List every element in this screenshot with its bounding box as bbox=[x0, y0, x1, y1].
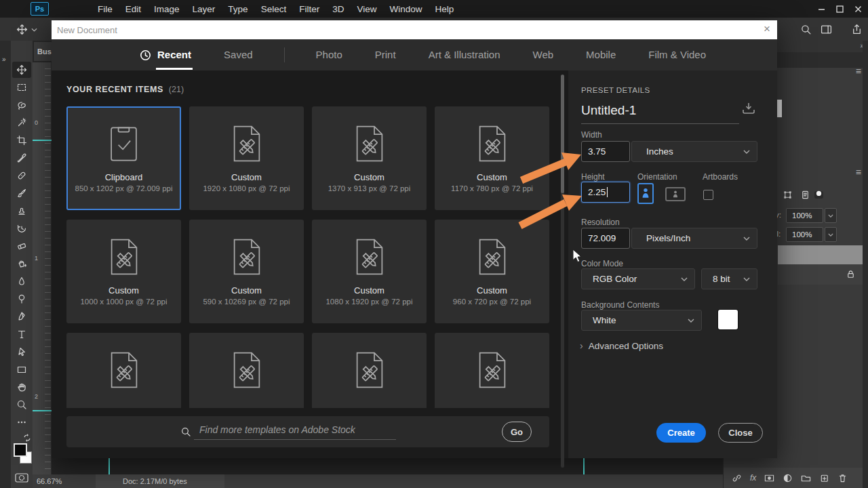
advanced-options-toggle[interactable]: ›Advanced Options bbox=[580, 340, 663, 351]
hand-tool[interactable] bbox=[16, 382, 27, 392]
background-layer-row[interactable] bbox=[778, 264, 863, 285]
close-window-icon[interactable] bbox=[854, 5, 863, 14]
template-card-custom[interactable]: Custom 1370 x 913 px @ 72 ppi bbox=[312, 106, 427, 210]
color-mode-select[interactable]: RGB Color bbox=[581, 268, 695, 289]
tab-recent[interactable]: Recent bbox=[140, 39, 193, 70]
orientation-landscape-button[interactable] bbox=[665, 187, 686, 201]
template-card-custom[interactable]: Custom 590 x 10269 px @ 72 ppi bbox=[189, 220, 304, 323]
panel-menu-icon[interactable]: ≡ bbox=[856, 66, 861, 77]
template-card-partial[interactable] bbox=[312, 333, 427, 408]
options-chevron-icon[interactable] bbox=[31, 28, 37, 32]
width-unit-select[interactable]: Inches bbox=[631, 141, 757, 162]
marquee-tool[interactable] bbox=[16, 82, 27, 93]
menu-view[interactable]: View bbox=[357, 4, 376, 14]
lasso-tool[interactable] bbox=[16, 100, 27, 110]
template-card-clipboard[interactable]: Clipboard 850 x 1202 px @ 72.009 ppi bbox=[66, 106, 181, 210]
template-card-custom[interactable]: Custom 1920 x 1080 px @ 72 ppi bbox=[189, 106, 304, 210]
maximize-icon[interactable] bbox=[835, 5, 844, 14]
menu-select[interactable]: Select bbox=[261, 4, 287, 14]
document-name-field[interactable]: Untitled-1 bbox=[581, 103, 636, 118]
clone-stamp-tool[interactable] bbox=[16, 205, 27, 216]
quick-mask-icon[interactable] bbox=[15, 473, 28, 483]
background-contents-select[interactable]: White bbox=[581, 310, 702, 331]
dodge-tool[interactable] bbox=[16, 293, 27, 304]
template-card-custom[interactable]: Custom 1000 x 1000 px @ 72 ppi bbox=[66, 220, 181, 323]
create-button[interactable]: Create bbox=[656, 423, 706, 443]
blur-tool[interactable] bbox=[16, 276, 27, 287]
menu-edit[interactable]: Edit bbox=[125, 4, 141, 14]
delete-layer-icon[interactable] bbox=[837, 473, 848, 483]
workspace-icon[interactable] bbox=[821, 24, 832, 35]
link-layers-icon[interactable] bbox=[732, 473, 742, 483]
opacity-dropdown[interactable] bbox=[825, 208, 837, 223]
stock-search-input[interactable]: Find more templates on Adobe Stock bbox=[194, 424, 396, 440]
go-button[interactable]: Go bbox=[502, 422, 532, 442]
menu-window[interactable]: Window bbox=[389, 4, 422, 14]
fill-field[interactable]: 100% bbox=[786, 227, 823, 242]
resolution-input[interactable]: 72.009 bbox=[581, 228, 630, 249]
brush-tool[interactable] bbox=[16, 188, 27, 199]
opacity-field[interactable]: 100% bbox=[786, 208, 823, 223]
resolution-unit-select[interactable]: Pixels/Inch bbox=[631, 228, 757, 249]
menu-layer[interactable]: Layer bbox=[193, 4, 216, 14]
new-layer-icon[interactable] bbox=[819, 473, 829, 483]
menu-help[interactable]: Help bbox=[435, 4, 454, 14]
tab-saved[interactable]: Saved bbox=[222, 39, 254, 70]
tab-film-video[interactable]: Film & Video bbox=[647, 39, 707, 70]
swap-colors-icon[interactable] bbox=[23, 434, 31, 442]
fill-dropdown[interactable] bbox=[825, 227, 837, 242]
background-color-swatch[interactable] bbox=[718, 310, 738, 329]
layer-mask-icon[interactable] bbox=[764, 473, 774, 483]
menu-file[interactable]: File bbox=[98, 4, 113, 14]
move-tool-option-icon[interactable] bbox=[16, 24, 28, 35]
history-brush-tool[interactable] bbox=[16, 223, 27, 234]
template-card-partial[interactable] bbox=[66, 333, 181, 408]
bit-depth-select[interactable]: 8 bit bbox=[701, 268, 757, 289]
artboards-checkbox[interactable] bbox=[703, 190, 713, 200]
template-card-partial[interactable] bbox=[435, 333, 549, 408]
pen-tool[interactable] bbox=[16, 311, 27, 322]
scrollbar-thumb[interactable] bbox=[561, 75, 564, 193]
template-card-custom[interactable]: Custom 1080 x 1920 px @ 72 ppi bbox=[312, 220, 427, 323]
close-button[interactable]: Close bbox=[718, 423, 763, 443]
template-card-partial[interactable] bbox=[189, 333, 304, 408]
transform-lock-icon[interactable] bbox=[783, 190, 793, 200]
menu-filter[interactable]: Filter bbox=[299, 4, 319, 14]
dialog-close-icon[interactable]: × bbox=[764, 22, 770, 36]
share-icon[interactable] bbox=[851, 24, 863, 35]
eyedropper-tool[interactable] bbox=[16, 152, 27, 163]
path-select-tool[interactable] bbox=[16, 346, 27, 357]
search-icon[interactable] bbox=[800, 24, 812, 35]
healing-brush-tool[interactable] bbox=[16, 170, 27, 181]
template-card-custom[interactable]: Custom 960 x 720 px @ 72 ppi bbox=[435, 220, 549, 323]
layer-group-icon[interactable] bbox=[801, 473, 811, 483]
more-tools-button[interactable] bbox=[16, 417, 27, 428]
status-expand-icon[interactable]: › bbox=[179, 476, 182, 485]
tab-web[interactable]: Web bbox=[532, 39, 555, 70]
shape-tool[interactable] bbox=[16, 364, 27, 375]
menu-3d[interactable]: 3D bbox=[332, 4, 344, 14]
move-tool[interactable] bbox=[16, 64, 27, 75]
menu-type[interactable]: Type bbox=[228, 4, 248, 14]
adjustment-toggle-icon[interactable] bbox=[813, 188, 825, 200]
gradient-tool[interactable] bbox=[16, 258, 27, 269]
layer-effects-icon[interactable]: fx bbox=[750, 473, 756, 483]
layers-menu-icon[interactable]: ≡ bbox=[856, 167, 861, 178]
menu-image[interactable]: Image bbox=[154, 4, 180, 14]
tab-photo[interactable]: Photo bbox=[315, 39, 344, 70]
eraser-tool[interactable] bbox=[16, 241, 27, 251]
document-tab[interactable]: Busi bbox=[34, 42, 52, 61]
tab-art-illustration[interactable]: Art & Illustration bbox=[427, 39, 502, 70]
tab-print[interactable]: Print bbox=[374, 39, 397, 70]
type-tool[interactable] bbox=[16, 329, 27, 340]
orientation-portrait-button[interactable] bbox=[637, 183, 654, 204]
width-input[interactable]: 3.75 bbox=[581, 141, 630, 162]
crop-tool[interactable] bbox=[16, 135, 27, 146]
adjustment-layer-icon[interactable] bbox=[783, 473, 793, 483]
collapse-panel-icon[interactable]: » bbox=[2, 56, 5, 63]
layer-page-icon[interactable] bbox=[800, 190, 810, 200]
save-preset-icon[interactable] bbox=[741, 102, 756, 115]
tab-mobile[interactable]: Mobile bbox=[585, 39, 617, 70]
selected-layer-row[interactable] bbox=[778, 245, 863, 264]
template-card-custom[interactable]: Custom 1170 x 780 px @ 72 ppi bbox=[435, 106, 549, 210]
